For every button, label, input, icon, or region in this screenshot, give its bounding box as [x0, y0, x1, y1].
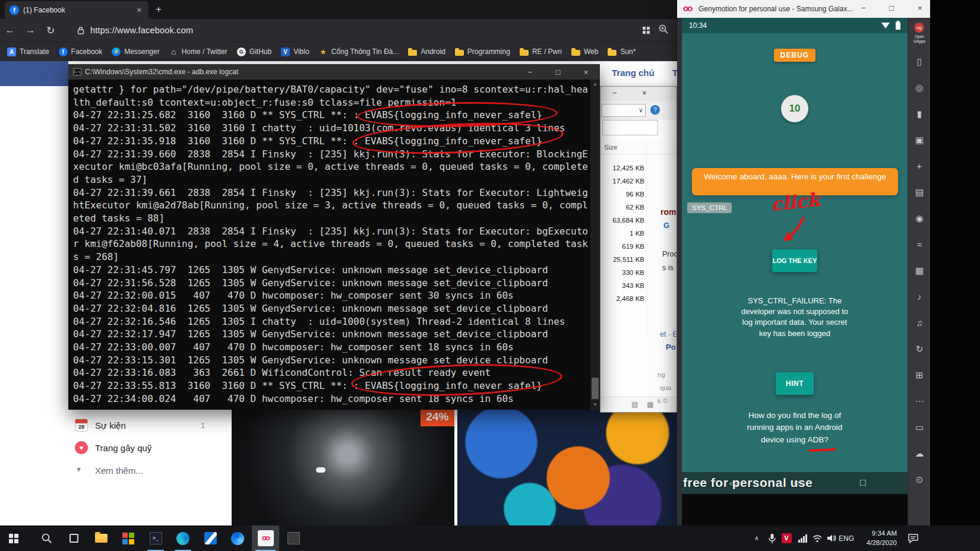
device-icon[interactable]: ▯	[909, 56, 930, 67]
tray-expand-button[interactable]	[750, 525, 764, 551]
size-column-header[interactable]: Size	[604, 144, 617, 151]
file-size-cell[interactable]: 25,511 KB	[603, 253, 644, 266]
zoom-icon[interactable]	[658, 24, 669, 37]
help-icon[interactable]	[650, 105, 660, 115]
camera-icon[interactable]: ◉	[909, 213, 930, 224]
bookmark-translate[interactable]: Translate	[7, 48, 49, 56]
file-size-cell[interactable]: 62 KB	[603, 201, 644, 214]
language-indicator[interactable]: ENG	[837, 525, 855, 551]
genymotion-titlebar[interactable]: Genymotion for personal use - Samsung Ga…	[677, 0, 930, 18]
bookmark-facebook[interactable]: Facebook	[59, 48, 103, 56]
file-size-cell[interactable]: 96 KB	[603, 188, 644, 201]
terminal-button[interactable]	[144, 525, 167, 551]
sidebar-item-fundraisers[interactable]: Trang gây quỹ	[0, 439, 226, 461]
file-size-cell[interactable]: 17,462 KB	[603, 175, 644, 188]
gps-icon[interactable]: ◎	[909, 83, 930, 93]
start-button[interactable]	[0, 525, 27, 551]
file-size-cell[interactable]: 2,468 KB	[603, 292, 644, 305]
file-size-cell[interactable]: 12,425 KB	[603, 162, 644, 175]
battery-icon[interactable]: ▮	[909, 109, 930, 119]
close-icon[interactable]	[572, 68, 600, 77]
cloud-icon[interactable]: ☁	[909, 448, 930, 459]
product-photo-2[interactable]	[457, 407, 677, 525]
tab-close-icon[interactable]	[134, 5, 144, 15]
more-icon[interactable]: ⋯	[909, 396, 930, 407]
log-the-key-button[interactable]: LOG THE KEY	[772, 249, 817, 272]
file-size-cell[interactable]: 330 KB	[603, 266, 644, 279]
clock[interactable]: 9:34 AM 4/28/2020	[856, 525, 897, 551]
bookmark-github[interactable]: GitHub	[237, 48, 271, 56]
debug-button[interactable]: DEBUG	[774, 49, 815, 62]
scrollbar-thumb[interactable]	[592, 378, 599, 399]
maximize-icon[interactable]	[889, 4, 894, 12]
bookmark-android[interactable]: Android	[408, 48, 445, 56]
bookmark-c-ng-th-ng-tin[interactable]: Cổng Thông Tin Đà...	[319, 48, 399, 56]
network-tray-icon[interactable]	[795, 525, 810, 551]
unikey-tray-icon[interactable]: V	[779, 525, 794, 551]
file-explorer-button[interactable]	[89, 525, 113, 551]
bookmark-web[interactable]: Web	[571, 48, 598, 56]
hint-button[interactable]: HINT	[776, 372, 814, 395]
action-center-button[interactable]	[903, 525, 923, 551]
app-window-button[interactable]	[282, 525, 305, 551]
file-size-cell[interactable]: 63,684 KB	[603, 214, 644, 227]
file-size-cell[interactable]: 619 KB	[603, 240, 644, 253]
genymotion-taskbar-button[interactable]	[252, 525, 279, 551]
forward-icon[interactable]	[20, 24, 40, 36]
minimize-icon[interactable]	[861, 4, 866, 12]
scroll-down-icon[interactable]	[590, 400, 600, 410]
wifi-tray-icon[interactable]	[810, 525, 824, 551]
maximize-icon[interactable]	[544, 68, 572, 77]
identifiers-icon[interactable]: ▤	[909, 187, 930, 198]
sidebar-item-see-more[interactable]: Xem thêm...	[0, 462, 226, 483]
edge-button[interactable]	[171, 525, 195, 551]
minimize-icon[interactable]	[516, 68, 544, 77]
resize-icon[interactable]: ⊞	[909, 370, 930, 381]
gallery-icon[interactable]: ▦	[909, 265, 930, 276]
file-search-input[interactable]	[602, 120, 658, 135]
task-view-button[interactable]	[62, 525, 86, 551]
bookmark-home-twitter[interactable]: Home / Twitter	[169, 48, 227, 56]
filter-dropdown[interactable]	[602, 104, 646, 117]
microphone-tray-icon[interactable]	[765, 525, 779, 551]
opengapps-icon[interactable]	[914, 23, 924, 33]
list-view-icon[interactable]	[631, 400, 638, 408]
close-icon[interactable]	[918, 4, 922, 12]
refresh-icon[interactable]	[40, 24, 61, 37]
move-icon[interactable]: +	[909, 161, 930, 171]
address-bar[interactable]: https://www.facebook.com	[90, 26, 643, 35]
cmd-titlebar[interactable]: C:\ C:\Windows\System32\cmd.exe - adb.ex…	[68, 64, 600, 80]
bookmark-sun[interactable]: Sun*	[608, 48, 636, 56]
new-tab-button[interactable]	[156, 4, 162, 15]
network-icon[interactable]: ≈	[909, 239, 930, 249]
bookmark-messenger[interactable]: Messenger	[112, 48, 159, 56]
close-icon[interactable]	[642, 88, 647, 97]
bookmark-viblo[interactable]: Viblo	[281, 48, 309, 56]
volume-down-icon[interactable]: ♫	[909, 318, 930, 328]
search-button[interactable]	[34, 525, 58, 551]
file-panel-titlebar[interactable]	[600, 87, 676, 101]
facebook-home-link[interactable]: Trang chủ	[612, 68, 655, 78]
sidebar-item-events[interactable]: 28 Sự kiện 1	[0, 417, 226, 438]
scrollbar[interactable]	[590, 80, 600, 410]
minimize-icon[interactable]	[612, 88, 617, 97]
rotate-icon[interactable]: ↻	[909, 344, 930, 354]
android-recents-button[interactable]	[860, 477, 866, 488]
file-size-cell[interactable]: 343 KB	[603, 279, 644, 292]
bookmark-programming[interactable]: Programming	[455, 48, 510, 56]
back-icon[interactable]	[0, 24, 20, 36]
screencast-icon[interactable]: ▣	[909, 135, 930, 145]
volume-tray-icon[interactable]	[824, 525, 839, 551]
collections-icon[interactable]	[643, 27, 650, 34]
tab-facebook[interactable]: f (1) Facebook	[5, 1, 148, 19]
power-icon[interactable]: ⊙	[909, 474, 930, 485]
vscode-button[interactable]	[198, 525, 222, 551]
file-size-cell[interactable]: 1 KB	[603, 227, 644, 240]
grid-view-icon[interactable]	[647, 400, 653, 408]
pinned-app-button[interactable]	[116, 525, 140, 551]
scroll-up-icon[interactable]	[590, 80, 600, 89]
edge-beta-button[interactable]	[226, 525, 249, 551]
dialer-icon[interactable]: ▭	[909, 422, 930, 433]
volume-up-icon[interactable]: ♪	[909, 292, 930, 302]
bookmark-re-pwn[interactable]: RE / Pwn	[520, 48, 562, 56]
